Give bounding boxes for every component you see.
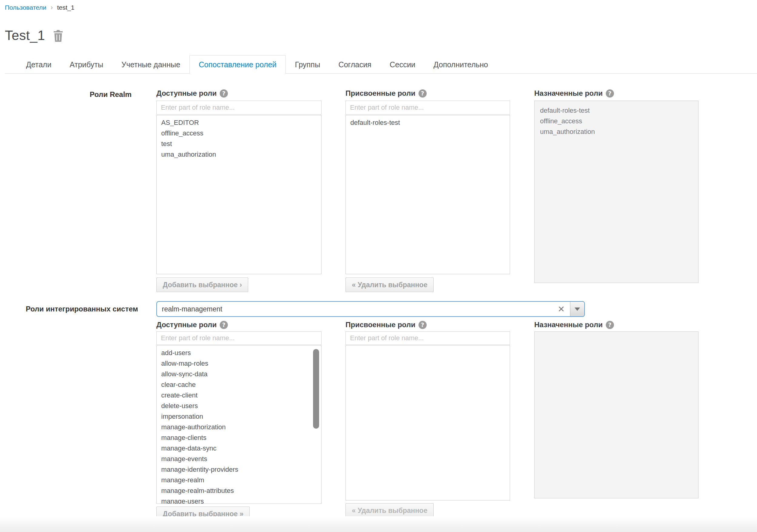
client-effective-label: Назначенные роли <box>534 320 603 329</box>
client-select[interactable]: realm-management ✕ <box>156 301 585 317</box>
page-title: Test_1 <box>5 28 45 43</box>
help-icon[interactable]: ? <box>418 89 427 98</box>
tab-consents[interactable]: Согласия <box>329 56 380 73</box>
client-assigned-roles-list <box>346 345 510 500</box>
client-effective-header: Назначенные роли ? <box>534 320 614 329</box>
tab-attributes[interactable]: Атрибуты <box>61 56 112 73</box>
help-icon[interactable]: ? <box>220 89 228 98</box>
tab-role-mappings[interactable]: Сопоставление ролей <box>189 55 286 74</box>
realm-assigned-roles-list: default-roles-test <box>346 115 510 274</box>
client-available-role-option[interactable]: manage-realm <box>157 475 321 485</box>
tab-sessions[interactable]: Сессии <box>380 56 425 73</box>
breadcrumb-current: test_1 <box>57 4 74 11</box>
client-available-role-option[interactable]: manage-events <box>157 454 321 464</box>
client-assigned-header: Присвоенные роли ? <box>346 320 427 329</box>
realm-remove-selected-button[interactable]: « Удалить выбранное <box>346 278 434 292</box>
help-icon[interactable]: ? <box>220 321 228 329</box>
client-available-role-option[interactable]: create-client <box>157 390 321 400</box>
trash-icon <box>53 30 63 42</box>
realm-effective-label: Назначенные роли <box>534 89 603 98</box>
client-available-header: Доступные роли ? <box>156 320 228 329</box>
realm-available-header: Доступные роли ? <box>156 89 228 98</box>
client-available-role-option[interactable]: allow-map-roles <box>157 358 321 369</box>
breadcrumb-users-link[interactable]: Пользователи <box>5 4 46 11</box>
client-available-role-option[interactable]: manage-users <box>157 496 321 504</box>
realm-add-selected-button[interactable]: Добавить выбранное › <box>156 278 248 292</box>
page-bottom-fade <box>0 516 757 532</box>
client-available-role-option[interactable]: manage-data-sync <box>157 443 321 454</box>
client-available-role-option[interactable]: manage-clients <box>157 432 321 443</box>
realm-available-role-option[interactable]: AS_EDITOR <box>157 117 321 128</box>
client-available-role-option[interactable]: add-users <box>157 347 321 358</box>
realm-effective-roles-list: default-roles-testoffline_accessuma_auth… <box>534 101 699 283</box>
tab-credentials[interactable]: Учетные данные <box>112 56 189 73</box>
scrollbar-thumb[interactable] <box>313 349 319 429</box>
breadcrumb-separator-icon: › <box>50 4 53 12</box>
realm-effective-role-item: uma_authorization <box>534 126 698 137</box>
client-available-search-input[interactable] <box>156 332 321 345</box>
realm-available-role-option[interactable]: uma_authorization <box>157 149 321 160</box>
realm-available-label: Доступные роли <box>156 89 217 98</box>
tab-advanced[interactable]: Дополнительно <box>425 56 497 73</box>
realm-available-role-option[interactable]: offline_access <box>157 128 321 138</box>
realm-effective-role-item: default-roles-test <box>534 105 698 116</box>
client-available-roles-list: add-usersallow-map-rolesallow-sync-datac… <box>156 345 321 504</box>
client-effective-roles-list <box>534 332 699 498</box>
realm-assigned-role-option[interactable]: default-roles-test <box>346 117 510 128</box>
realm-available-role-option[interactable]: test <box>157 138 321 149</box>
client-available-role-option[interactable]: clear-cache <box>157 379 321 390</box>
help-icon[interactable]: ? <box>606 321 614 329</box>
tab-details[interactable]: Детали <box>17 56 61 73</box>
client-available-role-option[interactable]: impersonation <box>157 411 321 422</box>
client-assigned-search-input[interactable] <box>346 332 510 345</box>
realm-available-roles-list: AS_EDITORoffline_accesstestuma_authoriza… <box>156 115 321 274</box>
delete-user-button[interactable] <box>53 30 63 43</box>
client-roles-label: Роли интегрированных систем <box>26 305 138 313</box>
user-tabs: Детали Атрибуты Учетные данные Сопоставл… <box>5 55 757 74</box>
client-available-role-option[interactable]: manage-realm-attributes <box>157 485 321 496</box>
client-available-role-option[interactable]: manage-identity-providers <box>157 464 321 475</box>
tab-groups[interactable]: Группы <box>286 56 329 73</box>
client-available-role-option[interactable]: delete-users <box>157 400 321 411</box>
dropdown-toggle[interactable] <box>570 302 584 316</box>
help-icon[interactable]: ? <box>418 321 427 329</box>
realm-roles-label: Роли Realm <box>90 90 132 99</box>
client-remove-selected-button[interactable]: « Удалить выбранное <box>346 503 434 518</box>
client-select-value: realm-management <box>157 305 553 313</box>
role-mappings-page: Пользователи › test_1 Test_1 Детали Атри… <box>0 0 757 532</box>
realm-effective-role-item: offline_access <box>534 116 698 126</box>
client-available-label: Доступные роли <box>156 320 217 329</box>
realm-assigned-header: Присвоенные роли ? <box>346 89 427 98</box>
realm-assigned-label: Присвоенные роли <box>346 89 415 98</box>
realm-assigned-search-input[interactable] <box>346 101 510 114</box>
realm-available-search-input[interactable] <box>156 101 321 114</box>
realm-effective-header: Назначенные роли ? <box>534 89 614 98</box>
clear-selection-icon[interactable]: ✕ <box>553 304 570 314</box>
help-icon[interactable]: ? <box>606 89 614 98</box>
client-available-role-option[interactable]: allow-sync-data <box>157 369 321 379</box>
breadcrumb: Пользователи › test_1 <box>5 4 75 12</box>
client-assigned-label: Присвоенные роли <box>346 320 415 329</box>
chevron-down-icon <box>575 308 580 311</box>
client-available-role-option[interactable]: manage-authorization <box>157 422 321 432</box>
